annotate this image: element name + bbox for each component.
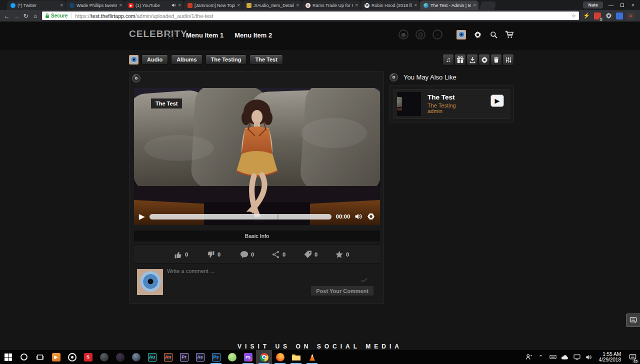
forward-button[interactable]: →	[12, 12, 21, 20]
video-player[interactable]: The Test ▶ 00:00	[134, 88, 380, 225]
tab-basic-info[interactable]: Basic Info	[134, 230, 380, 242]
vlc-app[interactable]	[304, 350, 320, 364]
people-icon[interactable]	[524, 350, 534, 364]
rating-stat[interactable]: 0	[335, 244, 349, 264]
breadcrumb-the-testing-button[interactable]: The Testing	[206, 54, 247, 64]
address-bar[interactable]: Secure https://test.theflirtapp.com/admi…	[42, 12, 579, 20]
restore-button[interactable]	[618, 2, 626, 8]
like-stat[interactable]: 0	[174, 244, 188, 264]
home-button[interactable]: ⌂	[30, 12, 40, 20]
minimize-button[interactable]: —	[607, 2, 615, 8]
adobe-aftereffects-app[interactable]: Ae	[192, 350, 208, 364]
phpstorm-app[interactable]: PS	[240, 350, 256, 364]
play-button[interactable]: ▶	[139, 212, 145, 221]
settings-gear-icon[interactable]	[473, 30, 482, 39]
seek-handle[interactable]	[277, 214, 278, 220]
breadcrumb-the-test-button[interactable]: The Test	[250, 54, 282, 64]
red-s-app[interactable]: S	[80, 350, 96, 364]
cart-icon[interactable]	[505, 30, 514, 39]
touch-keyboard-icon[interactable]	[548, 350, 558, 364]
tab-close-icon[interactable]: ×	[473, 3, 476, 8]
url-text[interactable]: https://test.theflirtapp.com/admin/uploa…	[72, 13, 571, 19]
media-drop-icon[interactable]: ◦	[432, 30, 442, 40]
adobe-animate-app[interactable]: An	[160, 350, 176, 364]
post-comment-button[interactable]: Post Your Comment	[310, 286, 374, 296]
show-hidden-icons-chevron[interactable]: ⌃	[536, 350, 546, 364]
tab-close-icon[interactable]: ×	[237, 3, 240, 8]
reload-button[interactable]: ↻	[21, 12, 30, 20]
music-note-button[interactable]: ♫	[442, 54, 454, 66]
download-button[interactable]	[466, 54, 478, 66]
tab-youtube[interactable]: ▶ (1) YouTube ×	[125, 0, 184, 10]
secure-indicator[interactable]: Secure	[45, 13, 72, 18]
menu-item-1[interactable]: Menu Item 1	[186, 32, 224, 39]
task-view-button[interactable]	[32, 350, 48, 364]
avid-app[interactable]	[112, 350, 128, 364]
screen-recorder-app[interactable]	[64, 350, 80, 364]
community-icon[interactable]: ◉	[398, 30, 408, 40]
steam-app[interactable]	[96, 350, 112, 364]
mentions-icon[interactable]: @	[416, 30, 426, 40]
tag-stat[interactable]: 0	[304, 244, 318, 264]
adobe-audition-app[interactable]: Au	[144, 350, 160, 364]
tab-close-icon[interactable]: ×	[414, 3, 417, 8]
item-author[interactable]: admin	[428, 108, 442, 114]
firefox-app[interactable]	[272, 350, 288, 364]
movies-tv-app[interactable]: ▶	[48, 350, 64, 364]
tab-close-icon[interactable]: ×	[119, 3, 122, 8]
adobe-premiere-app[interactable]: Pr	[176, 350, 192, 364]
cortana-button[interactable]	[16, 350, 32, 364]
tab-close-icon[interactable]: ×	[355, 3, 358, 8]
volume-tray-icon[interactable]	[584, 350, 594, 364]
breadcrumb-albums-button[interactable]: Albums	[171, 54, 202, 64]
sliders-button[interactable]	[502, 54, 514, 66]
dislike-stat[interactable]: 0	[206, 244, 220, 264]
media-sphere-app[interactable]	[128, 350, 144, 364]
chrome-app[interactable]	[256, 350, 272, 364]
chrome-profile-button[interactable]: Nate	[583, 2, 603, 8]
tab-robin-hood[interactable]: W Robin Hood (2018 film) ×	[361, 0, 420, 10]
extension-pdf-icon[interactable]: A	[627, 12, 634, 20]
extension-blue-icon[interactable]	[616, 12, 623, 20]
tab-close-icon[interactable]: ×	[296, 3, 299, 8]
item-title[interactable]: The Test	[428, 94, 455, 101]
item-play-button[interactable]: ▶	[490, 94, 504, 107]
item-thumbnail[interactable]	[397, 92, 421, 116]
also-like-item[interactable]: The Test The Testing admin ▶	[394, 89, 510, 119]
site-logo[interactable]: CELEBRITY	[129, 28, 188, 40]
gift-button[interactable]	[454, 54, 466, 66]
user-avatar[interactable]	[456, 30, 466, 40]
file-explorer-app[interactable]	[288, 350, 304, 364]
extension-bolt-icon[interactable]: ⚡	[583, 12, 590, 20]
tab-close-icon[interactable]: ×	[178, 3, 181, 8]
comments-stat[interactable]: 0	[240, 244, 254, 264]
breadcrumb-avatar[interactable]	[129, 55, 138, 64]
menu-item-2[interactable]: Menu Item 2	[234, 32, 272, 39]
start-button[interactable]	[0, 350, 16, 364]
tab-jamroom[interactable]: [Jamroom] New Topic: jr ×	[184, 0, 242, 10]
chat-widget-button[interactable]	[626, 314, 640, 327]
android-studio-app[interactable]	[224, 350, 240, 364]
network-icon[interactable]	[572, 350, 582, 364]
taskbar-clock[interactable]: 1:55 AM 4/29/2018	[596, 352, 624, 362]
player-settings-button[interactable]	[367, 212, 375, 220]
seek-bar[interactable]	[150, 214, 332, 220]
volume-button[interactable]	[354, 212, 362, 220]
search-icon[interactable]	[489, 30, 498, 39]
tab-close-icon[interactable]: ×	[60, 3, 63, 8]
tab-wade-phillips[interactable]: Wade Phillips tweets one ×	[66, 0, 124, 10]
tab-audio-icon[interactable]	[172, 3, 176, 8]
tab-rams-trade[interactable]: e Rams Trade Up for Ogbo ×	[302, 0, 360, 10]
extension-adblock-icon[interactable]: 1	[594, 12, 601, 20]
extension-gear-icon[interactable]	[605, 12, 612, 20]
adobe-photoshop-app[interactable]: Ps	[208, 350, 224, 364]
tab-the-test-admin[interactable]: The Test - Admin | test.th ×	[420, 0, 478, 10]
close-button[interactable]: ×	[629, 2, 637, 8]
onedrive-cloud-icon[interactable]	[560, 350, 570, 364]
settings-button[interactable]	[478, 54, 490, 66]
delete-button[interactable]	[490, 54, 502, 66]
action-center-button[interactable]: 15	[626, 350, 639, 364]
tab-jraudio-tpl[interactable]: JrAudio_Item_Detail.Tpl l ×	[243, 0, 302, 10]
back-button[interactable]: ←	[2, 12, 12, 20]
tab-twitter[interactable]: (*) Twitter ×	[7, 0, 66, 10]
